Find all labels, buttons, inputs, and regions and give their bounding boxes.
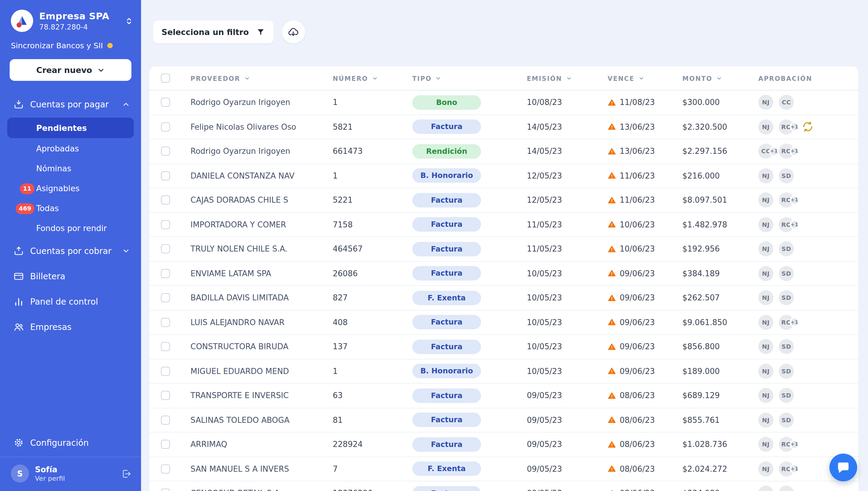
approver-avatar[interactable]: NJ	[758, 486, 773, 491]
table-row[interactable]: CONSTRUCTORA BIRUDA137Factura10/05/2309/…	[150, 335, 858, 359]
sidebar-item-asignables[interactable]: 11Asignables	[0, 178, 141, 198]
table-row[interactable]: Rodrigo Oyarzun Irigoyen661473Rendición1…	[150, 139, 858, 164]
sort-chevron-icon[interactable]	[372, 75, 378, 81]
approver-avatar[interactable]: NJ	[758, 193, 773, 208]
approver-overflow-badge[interactable]: +1	[769, 147, 779, 156]
company-switcher[interactable]: Empresa SPA 78.827.280-4	[0, 0, 141, 32]
column-header-vence[interactable]: VENCE	[599, 75, 674, 82]
row-checkbox[interactable]	[161, 415, 170, 425]
approver-overflow-badge[interactable]: +1	[789, 122, 799, 132]
approver-overflow-badge[interactable]: +1	[789, 196, 799, 205]
row-checkbox[interactable]	[161, 244, 170, 254]
sidebar-item-fondos-por-rendir[interactable]: Fondos por rendir	[0, 219, 141, 238]
table-row[interactable]: ARRIMAQ228924Factura09/05/2308/06/23$1.0…	[150, 432, 858, 457]
select-filter-button[interactable]: Selecciona un filtro	[153, 21, 273, 44]
row-checkbox[interactable]	[161, 98, 170, 107]
approver-overflow-badge[interactable]: +1	[789, 464, 799, 474]
approver-avatar[interactable]: SD	[779, 241, 794, 257]
sort-chevron-icon[interactable]	[566, 75, 572, 81]
approver-avatar[interactable]: NJ	[758, 388, 773, 403]
approver-avatar[interactable]: NJ	[758, 315, 773, 330]
approver-avatar[interactable]: SD	[779, 339, 794, 354]
create-new-button[interactable]: Crear nuevo	[10, 59, 131, 81]
row-checkbox[interactable]	[161, 464, 170, 473]
row-checkbox[interactable]	[161, 489, 170, 491]
column-header-emision[interactable]: EMISIÓN	[518, 75, 599, 82]
row-checkbox[interactable]	[161, 147, 170, 156]
row-checkbox[interactable]	[161, 342, 170, 351]
row-checkbox[interactable]	[161, 171, 170, 180]
approver-avatar[interactable]: SD	[779, 266, 794, 281]
row-checkbox[interactable]	[161, 293, 170, 302]
row-checkbox[interactable]	[161, 367, 170, 376]
row-checkbox[interactable]	[161, 391, 170, 400]
row-checkbox[interactable]	[161, 196, 170, 205]
column-header-monto[interactable]: MONTO	[674, 75, 750, 82]
column-header-proveedor[interactable]: PROVEEDOR	[182, 75, 324, 82]
sort-chevron-icon[interactable]	[244, 75, 250, 81]
logout-icon[interactable]	[121, 468, 131, 479]
sidebar-item-pendientes[interactable]: Pendientes	[7, 118, 134, 138]
table-row[interactable]: ENVIAME LATAM SPA26086Factura10/05/2309/…	[150, 261, 858, 286]
row-checkbox[interactable]	[161, 440, 170, 449]
approver-avatar[interactable]: CC	[779, 95, 794, 110]
sidebar-item-nominas[interactable]: Nóminas	[0, 158, 141, 178]
sidebar-item-empresas[interactable]: Empresas	[0, 314, 141, 340]
approver-avatar[interactable]: RO+1	[779, 461, 794, 476]
approver-avatar[interactable]: RO+1	[779, 144, 794, 159]
table-row[interactable]: MIGUEL EDUARDO MEND1B. Honorario10/05/23…	[150, 359, 858, 384]
table-row[interactable]: CENCOSUD RETAIL S.A.18376296Factura09/05…	[150, 481, 858, 491]
sidebar-item-billetera[interactable]: Billetera	[0, 264, 141, 289]
approver-overflow-badge[interactable]: +1	[789, 318, 799, 327]
table-row[interactable]: BADILLA DAVIS LIMITADA827F. Exenta10/05/…	[150, 286, 858, 310]
sort-chevron-icon[interactable]	[435, 75, 441, 81]
approver-avatar[interactable]: RO+1	[779, 119, 794, 135]
column-header-numero[interactable]: NÚMERO	[324, 75, 404, 82]
approver-avatar[interactable]: SD	[779, 364, 794, 379]
view-profile-link[interactable]: Ver perfil	[35, 474, 65, 482]
table-row[interactable]: TRANSPORTE E INVERSIC63Factura09/05/2308…	[150, 384, 858, 408]
approver-avatar[interactable]: CC+1	[758, 144, 773, 159]
sidebar-item-panel-de-control[interactable]: Panel de control	[0, 289, 141, 314]
table-row[interactable]: IMPORTADORA Y COMER7158Factura11/05/2310…	[150, 213, 858, 237]
approver-avatar[interactable]: RO+1	[779, 315, 794, 330]
approver-avatar[interactable]: NJ	[758, 364, 773, 379]
approver-avatar[interactable]: NJ	[758, 119, 773, 135]
select-all-checkbox[interactable]	[161, 74, 170, 83]
column-header-tipo[interactable]: TIPO	[404, 75, 518, 82]
approver-overflow-badge[interactable]: +1	[789, 440, 799, 450]
sidebar-item-configuracion[interactable]: Configuración	[0, 429, 141, 457]
approver-avatar[interactable]: NJ	[758, 217, 773, 232]
table-row[interactable]: Rodrigo Oyarzun Irigoyen1Bono10/08/2311/…	[150, 90, 858, 115]
table-row[interactable]: DANIELA CONSTANZA NAV1B. Honorario12/05/…	[150, 164, 858, 188]
sort-chevron-icon[interactable]	[638, 75, 644, 81]
table-row[interactable]: SALINAS TOLEDO ABOGA81Factura09/05/2308/…	[150, 408, 858, 432]
row-checkbox[interactable]	[161, 269, 170, 278]
approver-avatar[interactable]: NJ	[758, 241, 773, 257]
table-row[interactable]: CAJAS DORADAS CHILE S5221Factura12/05/23…	[150, 188, 858, 213]
company-switcher-chevrons-icon[interactable]	[124, 16, 134, 26]
row-checkbox[interactable]	[161, 318, 170, 327]
table-row[interactable]: TRULY NOLEN CHILE S.A.464567Factura11/05…	[150, 237, 858, 261]
table-row[interactable]: Felipe Nicolas Olivares Oso5821Factura14…	[150, 115, 858, 139]
approver-avatar[interactable]: NJ	[758, 412, 773, 428]
row-checkbox[interactable]	[161, 122, 170, 132]
approver-avatar[interactable]: NJ	[758, 339, 773, 354]
approver-avatar[interactable]: SD	[779, 486, 794, 491]
column-header-aprobacion[interactable]: APROBACIÓN	[750, 75, 858, 82]
approver-avatar[interactable]: RO+1	[779, 193, 794, 208]
chat-bubble-button[interactable]	[830, 454, 857, 481]
approver-overflow-badge[interactable]: +1	[789, 147, 799, 156]
sync-banks-sii-link[interactable]: Sincronizar Bancos y SII	[0, 32, 141, 50]
approver-avatar[interactable]: SD	[779, 290, 794, 306]
approver-avatar[interactable]: NJ	[758, 461, 773, 476]
approver-avatar[interactable]: NJ	[758, 266, 773, 281]
user-profile[interactable]: S Sofía Ver perfil	[0, 457, 141, 491]
approver-avatar[interactable]: RO+1	[779, 217, 794, 232]
row-checkbox[interactable]	[161, 220, 170, 229]
approver-avatar[interactable]: SD	[779, 412, 794, 428]
approver-avatar[interactable]: RO+1	[779, 437, 794, 452]
approver-avatar[interactable]: NJ	[758, 437, 773, 452]
approver-avatar[interactable]: SD	[779, 168, 794, 183]
approver-avatar[interactable]: SD	[779, 388, 794, 403]
